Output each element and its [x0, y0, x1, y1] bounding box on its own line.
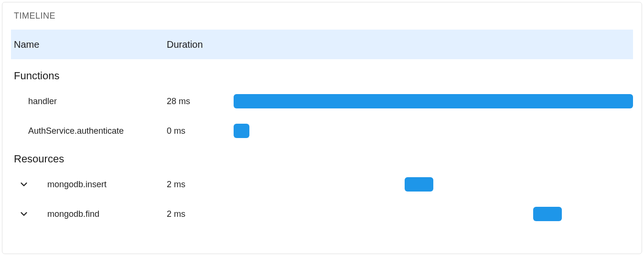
timeline-bar	[533, 207, 562, 221]
section-resources: Resources	[14, 153, 633, 165]
row-duration: 28 ms	[167, 96, 190, 106]
table-header: Name Duration	[11, 30, 633, 59]
chevron-down-icon[interactable]	[19, 209, 36, 219]
row-duration: 2 ms	[167, 180, 185, 189]
timeline-card: TIMELINE Name Duration Functions handler…	[2, 2, 642, 254]
chevron-down-icon[interactable]	[19, 179, 36, 190]
row-name: mongodb.find	[47, 209, 99, 219]
timeline-row-insert[interactable]: mongodb.insert 2 ms	[11, 173, 633, 196]
row-name: AuthService.authenticate	[28, 126, 124, 136]
timeline-bar	[234, 94, 633, 108]
card-title: TIMELINE	[14, 11, 633, 21]
row-name: handler	[28, 96, 57, 107]
col-name-header: Name	[14, 39, 39, 50]
timeline-bar	[405, 177, 433, 192]
row-duration: 0 ms	[167, 126, 185, 136]
row-name: mongodb.insert	[47, 180, 107, 190]
timeline-row-auth: AuthService.authenticate 0 ms	[11, 119, 633, 142]
timeline-row-find[interactable]: mongodb.find 2 ms	[11, 203, 633, 225]
col-duration-header: Duration	[167, 39, 203, 50]
timeline-row-handler: handler 28 ms	[11, 90, 633, 113]
timeline-bar	[234, 124, 249, 138]
row-duration: 2 ms	[167, 209, 185, 219]
section-functions: Functions	[14, 70, 633, 82]
